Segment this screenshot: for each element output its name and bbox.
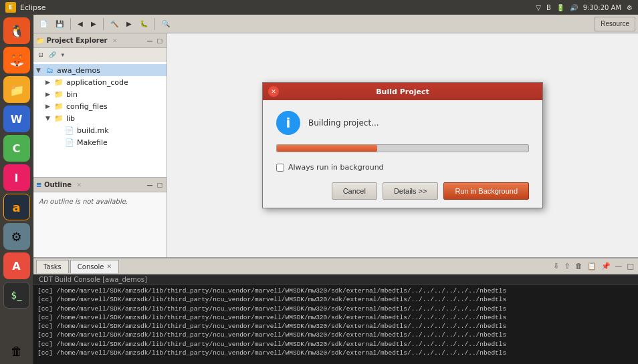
details-button[interactable]: Details >> [383, 182, 439, 200]
folder-app-code-icon: 📁 [54, 77, 64, 87]
view-menu-btn[interactable]: ▾ [60, 51, 67, 59]
project-explorer-title: 📁 Project Explorer ✕ [36, 37, 117, 44]
scroll-up-btn[interactable]: ⇧ [562, 262, 571, 270]
console-line: [cc] /home/marvell/SDK/amzsdk/lib/third_… [37, 305, 634, 313]
copy-btn[interactable]: 📋 [586, 262, 598, 270]
run-btn[interactable]: ▶ [123, 17, 135, 31]
outline-title: ≡ Outline ✕ [36, 181, 82, 188]
tree-item-bin[interactable]: ▶ 📁 bin [33, 88, 167, 100]
always-run-background-checkbox[interactable] [276, 164, 284, 172]
minimize-panel-btn[interactable]: — [145, 37, 154, 44]
outline-maximize-btn[interactable]: □ [155, 182, 164, 188]
run-in-background-button[interactable]: Run in Background [443, 182, 529, 200]
main-layout: 🐧 🦊 📁 W C I a ⚙ A $_ 🗑 [0, 15, 638, 364]
folder-config-icon: 📁 [54, 101, 64, 112]
tree-item-build-mk[interactable]: 📄 build.mk [33, 124, 167, 136]
debug-btn[interactable]: 🐛 [136, 17, 151, 31]
maximize-panel-btn[interactable]: □ [155, 37, 164, 44]
tree-toggle-app-code: ▶ [45, 79, 54, 85]
bottom-area: Tasks Console ✕ ⇩ ⇧ 🗑 📋 📌 — [33, 257, 638, 364]
dialog-buttons: Cancel Details >> Run in Background [276, 182, 529, 200]
back-btn[interactable]: ◀ [74, 17, 86, 31]
progress-bar-container [276, 144, 529, 152]
eclipse-area: 📄 💾 ◀ ▶ 🔨 ▶ 🐛 🔍 Resource 📁 [33, 15, 638, 364]
build-project-dialog: ✕ Build Project i Building project... [262, 82, 543, 208]
left-dock: 🐧 🦊 📁 W C I a ⚙ A $_ 🗑 [0, 15, 33, 364]
tree-item-app-code[interactable]: ▶ 📁 application_code [33, 76, 167, 88]
tree-item-config[interactable]: ▶ 📁 config_files [33, 100, 167, 112]
link-editor-btn[interactable]: 🔗 [47, 51, 58, 59]
console-minimize-btn[interactable]: — [614, 262, 624, 270]
eclipse-app-icon: E [5, 2, 16, 13]
dock-icon-trash[interactable]: 🗑 [3, 337, 30, 364]
build-btn[interactable]: 🔨 [107, 17, 122, 31]
tree-item-root[interactable]: ▼ 🗂 awa_demos [33, 64, 167, 76]
network-icon: ▽ [536, 4, 541, 11]
forward-btn[interactable]: ▶ [88, 17, 100, 31]
panel-header-btns: — □ [145, 37, 164, 44]
dialog-overlay: ✕ Build Project i Building project... [167, 33, 638, 257]
dock-icon-settings[interactable]: ⚙ [3, 223, 30, 250]
tree-toggle-bin: ▶ [45, 91, 54, 98]
resource-perspective-btn[interactable]: Resource [595, 17, 635, 31]
center-area: ✕ Build Project i Building project... [167, 33, 638, 257]
save-btn[interactable]: 💾 [52, 17, 67, 31]
top-bar-left: E Eclipse [5, 2, 46, 13]
console-line: [cc] /home/marvell/SDK/amzsdk/lib/third_… [37, 322, 634, 331]
tree-item-lib[interactable]: ▼ 📁 lib [33, 112, 167, 124]
dialog-title: Build Project [376, 87, 429, 96]
dock-icon-impress[interactable]: I [3, 164, 30, 191]
console-tab-close[interactable]: ✕ [107, 263, 112, 270]
calc-icon: C [13, 142, 21, 155]
console-tab-label: Console [78, 263, 104, 270]
dock-icon-files[interactable]: 📁 [3, 76, 30, 103]
dock-icon-calc[interactable]: C [3, 135, 30, 162]
amazon-icon: a [12, 200, 20, 214]
firefox-icon: 🦊 [9, 53, 24, 67]
dock-icon-terminal[interactable]: $_ [3, 282, 30, 309]
dock-icon-software[interactable]: A [3, 252, 30, 279]
dock-icon-writer[interactable]: W [3, 106, 30, 132]
dialog-close-btn[interactable]: ✕ [268, 86, 279, 97]
new-btn[interactable]: 📄 [36, 17, 51, 31]
console-tabs-left: Tasks Console ✕ [36, 260, 119, 273]
bluetooth-icon: B [546, 4, 551, 11]
console-line: [cc] /home/marvell/SDK/amzsdk/lib/third_… [37, 349, 634, 357]
dock-icon-ubuntu[interactable]: 🐧 [3, 17, 30, 44]
cancel-button[interactable]: Cancel [332, 182, 377, 200]
tree-toggle-root: ▼ [36, 67, 44, 73]
dialog-info-row: i Building project... [276, 111, 529, 135]
toolbar-sep-2 [103, 18, 104, 30]
clear-console-btn[interactable]: 🗑 [574, 262, 584, 270]
dock-icon-amazon[interactable]: a [3, 194, 30, 220]
search-btn[interactable]: 🔍 [158, 17, 173, 31]
console-line: [cc] /home/marvell/SDK/amzsdk/lib/third_… [37, 331, 634, 339]
console-line: [cc] /home/marvell/SDK/amzsdk/lib/third_… [37, 287, 634, 295]
file-makefile-icon: 📄 [64, 137, 75, 148]
folder-lib-icon: 📁 [54, 113, 64, 124]
tree-item-makefile[interactable]: 📄 Makefile [33, 136, 167, 148]
gear-icon[interactable]: ⚙ [627, 4, 633, 11]
outline-header: ≡ Outline ✕ — □ [33, 178, 167, 192]
project-icon: 🗂 [44, 65, 55, 75]
dialog-building-text: Building project... [308, 118, 379, 128]
console-maximize-btn[interactable]: □ [626, 262, 635, 270]
ubuntu-icon: 🐧 [9, 24, 24, 38]
outline-minimize-btn[interactable]: — [145, 182, 154, 188]
console-tab[interactable]: Console ✕ [70, 260, 119, 273]
top-bar-right: ▽ B 🔋 🔊 9:30:20 AM ⚙ [536, 4, 633, 11]
software-icon: A [12, 260, 20, 272]
checkbox-row: Always run in background [276, 163, 529, 172]
top-bar: E Eclipse ▽ B 🔋 🔊 9:30:20 AM ⚙ [0, 0, 638, 15]
console-tabs-right: ⇩ ⇧ 🗑 📋 📌 — □ [552, 262, 635, 270]
pin-btn[interactable]: 📌 [600, 262, 612, 270]
dialog-title-bar: ✕ Build Project [263, 83, 542, 100]
scroll-lock-btn[interactable]: ⇩ [552, 262, 560, 270]
dock-icon-firefox[interactable]: 🦊 [3, 47, 30, 73]
tasks-tab-label: Tasks [43, 263, 62, 270]
collapse-all-btn[interactable]: ⊟ [36, 51, 45, 59]
console-line: [cc] /home/marvell/SDK/amzsdk/lib/third_… [37, 295, 634, 304]
tasks-tab[interactable]: Tasks [36, 260, 69, 273]
tree-toggle-lib: ▼ [45, 115, 54, 122]
toolbar-sep-3 [154, 18, 155, 30]
